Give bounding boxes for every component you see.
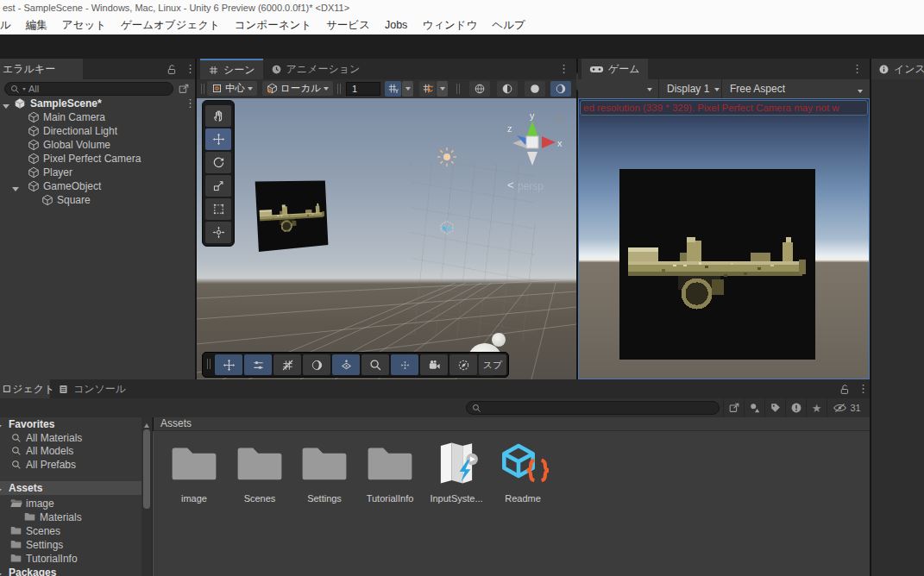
label-filter-icon[interactable] — [764, 398, 785, 417]
overlay-grid-toggle-button[interactable] — [273, 354, 301, 375]
drag-handle-icon[interactable] — [200, 84, 205, 97]
move-tool-button[interactable] — [205, 128, 231, 150]
asset-item[interactable]: TutorialInfo — [357, 438, 423, 504]
tree-row-packages[interactable]: Packages — [0, 566, 152, 576]
assets-breadcrumb[interactable]: Assets — [154, 417, 870, 431]
volume-gizmo-icon[interactable] — [438, 219, 456, 236]
hierarchy-menu-button[interactable]: ⋮ — [185, 63, 196, 74]
asset-item[interactable]: image — [161, 438, 227, 504]
scene-menu-button[interactable]: ⋮ — [558, 63, 569, 74]
open-in-window-icon[interactable] — [723, 398, 744, 417]
asset-item[interactable]: Readme — [490, 438, 556, 504]
lighting-toggle-button[interactable] — [497, 81, 518, 97]
overlay-move-button[interactable] — [215, 354, 242, 375]
game-menu-button[interactable]: ⋮ — [852, 63, 863, 74]
scene-lock-icon[interactable] — [554, 112, 564, 122]
hierarchy-row[interactable]: Main Camera — [0, 110, 195, 124]
menu-edit[interactable]: 編集 — [26, 16, 47, 34]
asset-item[interactable]: Scenes — [227, 438, 292, 504]
hierarchy-row[interactable]: Pixel Perfect Camera — [0, 152, 195, 166]
menu-file[interactable]: ル — [0, 16, 11, 34]
rect-tool-button[interactable] — [205, 198, 231, 220]
tab-project[interactable]: ロジェクト — [0, 379, 50, 398]
tree-row[interactable]: All Prefabs — [0, 458, 152, 472]
warning-filter-icon[interactable] — [785, 398, 806, 417]
tab-inspector[interactable]: インスペ — [871, 59, 924, 79]
scrollbar-thumb[interactable] — [143, 429, 150, 509]
overlay-camera-button[interactable] — [420, 354, 448, 375]
snap-grid-dropdown[interactable] — [402, 81, 413, 97]
open-in-window-icon[interactable] — [178, 83, 190, 95]
aspect-dropdown[interactable]: Free Aspect — [723, 79, 870, 98]
audio-toggle-button[interactable] — [525, 81, 545, 97]
project-search-input[interactable] — [466, 401, 720, 415]
tree-scrollbar[interactable] — [141, 417, 152, 576]
tree-row[interactable]: image — [0, 497, 152, 510]
hand-tool-button[interactable] — [205, 105, 231, 127]
overlay-sprite-button[interactable]: スプ — [479, 354, 506, 375]
menu-component[interactable]: コンポーネント — [235, 16, 311, 34]
hierarchy-search-input[interactable]: All — [4, 82, 173, 96]
type-filter-icon[interactable] — [744, 398, 764, 417]
menu-window[interactable]: ウィンドウ — [422, 16, 477, 34]
menu-assets[interactable]: アセット — [62, 16, 106, 34]
rotate-tool-button[interactable] — [205, 152, 231, 173]
overlay-center-button[interactable] — [391, 354, 418, 375]
hierarchy-row-scene[interactable]: SampleScene* ⋮ — [0, 98, 195, 110]
overlay-drag-handle-icon[interactable] — [204, 359, 213, 372]
menu-gameobject[interactable]: ゲームオブジェクト — [121, 16, 220, 34]
overlay-gizmo-button[interactable] — [332, 354, 360, 375]
overlay-navigation-button[interactable] — [449, 354, 477, 375]
scroll-up-icon[interactable] — [144, 421, 149, 428]
menu-jobs[interactable]: Jobs — [385, 16, 407, 34]
tree-row[interactable]: Materials — [0, 510, 152, 524]
overlay-settings-button[interactable] — [244, 354, 272, 375]
display-dropdown[interactable]: Display 1 — [660, 79, 722, 98]
scene-viewport[interactable]: y x z < persp スプ — [197, 98, 576, 379]
tab-scene[interactable]: シーン — [200, 59, 263, 79]
favorites-star-icon[interactable]: ★ — [806, 398, 827, 417]
asset-item[interactable]: InputSyste... — [424, 438, 489, 504]
hidden-count-button[interactable]: 31 — [827, 398, 866, 417]
tab-animation[interactable]: アニメーション — [263, 59, 368, 79]
directional-light-gizmo-icon[interactable] — [437, 147, 457, 167]
pivot-mode-dropdown[interactable]: 中心 — [207, 81, 257, 96]
scene-menu-button[interactable]: ⋮ — [185, 98, 195, 109]
overlay-lighting-button[interactable] — [303, 354, 330, 375]
tab-hierarchy[interactable]: エラルキー — [0, 59, 83, 79]
menu-services[interactable]: サービス — [326, 16, 370, 34]
transform-tool-button[interactable] — [205, 222, 231, 243]
shading-mode-button[interactable] — [469, 81, 490, 97]
grid-size-input[interactable]: 1 — [346, 82, 380, 96]
overlay-search-button[interactable] — [361, 354, 389, 375]
play-mode-dropdown[interactable] — [578, 79, 659, 98]
project-menu-button[interactable]: ⋮ — [858, 383, 869, 394]
tree-row-assets[interactable]: Assets — [0, 481, 152, 495]
effects-toggle-button[interactable] — [550, 81, 571, 97]
menu-help[interactable]: ヘルプ — [492, 16, 525, 34]
snap-grid-button[interactable] — [385, 81, 401, 97]
tab-game[interactable]: ゲーム — [581, 59, 648, 79]
hierarchy-row-child[interactable]: Square — [0, 193, 195, 207]
tree-row[interactable]: All Models — [0, 444, 152, 458]
tree-row[interactable]: All Materials — [0, 431, 152, 445]
snap-increment-button[interactable] — [419, 81, 436, 97]
hierarchy-row[interactable]: Global Volume — [0, 138, 195, 152]
lock-icon[interactable] — [839, 384, 850, 395]
tree-row-favorites[interactable]: Favorites — [0, 417, 152, 431]
tree-row[interactable]: Scenes — [0, 524, 152, 538]
handle-space-dropdown[interactable]: ローカル — [262, 81, 333, 96]
tab-console[interactable]: コンソール — [50, 379, 134, 398]
asset-item[interactable]: Settings — [292, 438, 357, 504]
lock-icon[interactable] — [166, 64, 177, 75]
tree-row[interactable]: Settings — [0, 538, 152, 552]
sprite-quad[interactable] — [255, 181, 329, 252]
tree-row[interactable]: TutorialInfo — [0, 552, 152, 566]
game-viewport[interactable]: ed resolution (339 * 329). Pixel Perfect… — [578, 98, 870, 379]
hierarchy-row[interactable]: Player — [0, 166, 195, 179]
scale-tool-button[interactable] — [205, 175, 231, 197]
hierarchy-row[interactable]: Directional Light — [0, 124, 195, 138]
hierarchy-row-gameobject[interactable]: GameObject — [0, 179, 195, 193]
canvas-plane[interactable] — [411, 162, 535, 341]
snap-increment-dropdown[interactable] — [437, 81, 448, 97]
